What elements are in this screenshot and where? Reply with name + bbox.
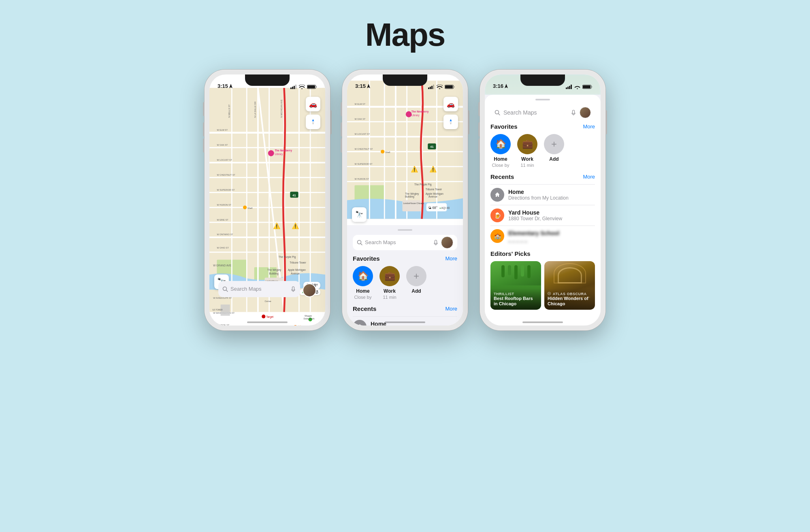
- pick-card-atlas[interactable]: Atlas Obscura Hidden Wonders of Chicago: [544, 261, 595, 310]
- recents-more-3[interactable]: More: [583, 174, 595, 180]
- svg-rect-129: [569, 86, 570, 89]
- svg-point-43: [243, 206, 247, 209]
- page-title: Maps: [365, 16, 445, 53]
- svg-text:The Newberry: The Newberry: [275, 149, 292, 152]
- favorites-header-3: Favorites More: [490, 123, 595, 130]
- microphone-icon-panel-2[interactable]: [433, 240, 439, 245]
- svg-text:W ONTARIO ST: W ONTARIO ST: [217, 233, 233, 236]
- svg-text:W OHIO ST: W OHIO ST: [217, 247, 229, 249]
- handle-bar-3: [535, 99, 550, 100]
- svg-text:Maggie: Maggie: [305, 315, 312, 317]
- editors-picks-header: Editors' Picks: [490, 250, 595, 257]
- microphone-icon-3[interactable]: [571, 110, 576, 115]
- recents-more-2[interactable]: More: [445, 306, 457, 312]
- fav-add-2[interactable]: + Add: [406, 266, 426, 300]
- compass-button-2[interactable]: [443, 115, 458, 129]
- avatar-3[interactable]: [580, 107, 591, 118]
- svg-rect-132: [583, 85, 590, 88]
- phone-2: 3:15: [342, 70, 468, 330]
- recent-text-yard-house: Yard House 1880 Tower Dr, Glenview: [508, 209, 595, 221]
- transport-mode-button-2[interactable]: 🚗: [443, 97, 458, 111]
- recents-header-2: Recents More: [353, 305, 457, 312]
- pick-overlay-thrillist: thrillist Best Rooftop Bars in Chicago: [490, 289, 541, 310]
- svg-rect-130: [571, 85, 572, 89]
- favorites-title-3: Favorites: [490, 123, 518, 130]
- fav-home-sublabel-3: Close by: [492, 163, 509, 168]
- svg-text:W HURON ST: W HURON ST: [217, 204, 231, 206]
- svg-text:Apple Michigan: Apple Michigan: [288, 268, 306, 272]
- fav-work-icon-2: 💼: [379, 266, 400, 286]
- search-bar-panel-2[interactable]: Search Maps: [353, 235, 457, 250]
- fav-add-3[interactable]: + Add: [544, 134, 564, 168]
- svg-rect-127: [566, 87, 567, 89]
- recent-item-yard-house[interactable]: 🍺 Yard House 1880 Tower Dr, Glenview: [490, 205, 595, 226]
- favorites-more-2[interactable]: More: [445, 255, 457, 262]
- recent-item-home-3[interactable]: Home Directions from My Location: [490, 184, 595, 205]
- phone-1-screen: 3:15: [209, 74, 325, 326]
- fav-add-label-3: Add: [549, 156, 558, 162]
- favorites-title-2: Favorites: [353, 255, 380, 262]
- panel-screen-2: 41 W ELM ST W OAK ST W LOCUST ST W CHEST…: [347, 74, 463, 326]
- battery-icon-3: [582, 85, 593, 89]
- svg-text:N MICHIGAN AVE: N MICHIGAN AVE: [280, 100, 283, 118]
- recent-icon-home-3: [490, 188, 504, 202]
- signal-icon-2: [428, 85, 435, 89]
- fav-add-label-2: Add: [411, 288, 421, 294]
- svg-text:Cerise: Cerise: [265, 300, 271, 302]
- recent-name-home-3: Home: [508, 189, 595, 195]
- notch-1: [245, 74, 290, 86]
- svg-text:⚠️: ⚠️: [292, 222, 299, 230]
- svg-text:Building: Building: [269, 272, 279, 275]
- binoculars-button-2[interactable]: 🔭: [352, 207, 367, 222]
- svg-text:W LOCUST ST: W LOCUST ST: [217, 159, 232, 161]
- home-indicator-3: [522, 321, 563, 323]
- svg-text:⚠️: ⚠️: [429, 166, 437, 173]
- compass-button[interactable]: [306, 115, 320, 129]
- transport-mode-button[interactable]: 🚗: [306, 97, 320, 111]
- svg-rect-83: [445, 85, 453, 88]
- fav-home-3[interactable]: 🏠 Home Close by: [490, 134, 511, 168]
- fav-work-2[interactable]: 💼 Work 11 min: [379, 266, 400, 300]
- wifi-icon: [299, 85, 305, 89]
- status-icons-3: [566, 85, 593, 89]
- pick-overlay-atlas: Atlas Obscura Hidden Wonders of Chicago: [544, 289, 595, 310]
- panel-scroll-3[interactable]: Favorites More 🏠 Home Close by 💼: [485, 123, 601, 326]
- fav-work-3[interactable]: 💼 Work 11 min: [517, 134, 537, 168]
- avatar-panel-2[interactable]: [441, 236, 453, 249]
- recent-item-school[interactable]: 🏫 Elementary School _ _ _ _ _: [490, 226, 595, 246]
- fav-home-2[interactable]: 🏠 Home Close by: [353, 266, 373, 300]
- search-placeholder-panel-2: Search Maps: [365, 239, 431, 245]
- recents-title-2: Recents: [353, 305, 376, 312]
- svg-text:N LA SALLE DR: N LA SALLE DR: [254, 102, 256, 118]
- fav-home-label-3: Home: [494, 156, 507, 162]
- favorites-more-3[interactable]: More: [583, 123, 595, 130]
- search-bar-3[interactable]: Search Maps: [490, 104, 595, 121]
- favorites-row-2: 🏠 Home Close by 💼 Work 11 min + Add: [353, 266, 457, 300]
- microphone-icon-1[interactable]: [290, 286, 296, 292]
- time-3: 3:16: [493, 83, 508, 89]
- svg-line-77: [226, 290, 228, 292]
- location-arrow-icon: [229, 84, 232, 88]
- map-controls-2: 🚗: [443, 97, 458, 129]
- recent-icon-school: 🏫: [490, 229, 504, 243]
- main-panel-3: Search Maps Favorites More: [485, 95, 601, 326]
- fav-work-icon-3: 💼: [517, 134, 537, 154]
- svg-line-126: [361, 243, 362, 245]
- phone-3: 3:16: [480, 70, 605, 330]
- svg-text:W OAK ST: W OAK ST: [217, 144, 228, 146]
- svg-text:W ELM ST: W ELM ST: [217, 129, 228, 131]
- wifi-icon-3: [574, 85, 580, 89]
- handle-bar-2: [398, 229, 412, 231]
- search-icon-1: [222, 286, 228, 292]
- notch-3: [520, 74, 565, 86]
- panel-bottom-2: Search Maps Favorites More 🏠 Home Clo: [347, 225, 463, 326]
- pick-card-thrillist[interactable]: thrillist Best Rooftop Bars in Chicago: [490, 261, 541, 310]
- svg-text:The Purple Pig: The Purple Pig: [279, 255, 296, 259]
- svg-text:ILS TOWER: ILS TOWER: [212, 309, 223, 311]
- home-indicator-1: [247, 321, 288, 323]
- panel-map-top: 41 W ELM ST W OAK ST W LOCUST ST W CHEST…: [347, 74, 463, 225]
- fav-work-label-2: Work: [384, 288, 396, 294]
- recent-item-home-2[interactable]: Home Directions from My Location: [353, 316, 457, 326]
- svg-text:Cindy's: Cindy's: [294, 325, 302, 326]
- map-controls-1: 🚗: [306, 97, 320, 129]
